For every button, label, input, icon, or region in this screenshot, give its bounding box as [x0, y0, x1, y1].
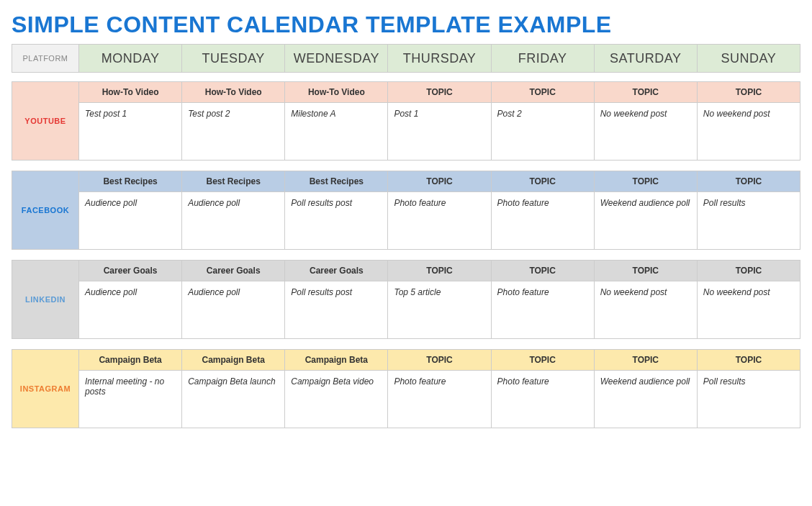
content-cell: Weekend audience poll [595, 371, 698, 428]
content-cell: No weekend post [595, 103, 698, 161]
content-cell: No weekend post [595, 281, 698, 339]
topic-cell: TOPIC [698, 349, 800, 371]
day-header: WEDNESDAY [285, 44, 388, 73]
topic-cell: TOPIC [492, 260, 595, 281]
topic-cell: TOPIC [388, 260, 491, 281]
page-title: SIMPLE CONTENT CALENDAR TEMPLATE EXAMPLE [12, 12, 800, 38]
topic-cell: TOPIC [492, 349, 595, 371]
topic-cell: TOPIC [595, 260, 698, 281]
topic-cell: TOPIC [388, 349, 491, 371]
content-cell: Audience poll [182, 281, 285, 339]
platform-name: LINKEDIN [12, 260, 79, 339]
day-header: THURSDAY [388, 44, 491, 73]
content-cell: Post 1 [388, 103, 491, 161]
platform-header-label: PLATFORM [12, 44, 79, 73]
topic-cell: How-To Video [79, 81, 182, 103]
content-cell: Audience poll [79, 281, 182, 339]
content-cell: Campaign Beta launch [182, 371, 285, 428]
content-cell: Weekend audience poll [595, 192, 698, 250]
topic-cell: TOPIC [595, 171, 698, 192]
topic-cell: Career Goals [285, 260, 388, 281]
topic-cell: Campaign Beta [182, 349, 285, 371]
platform-block-facebook: FACEBOOKBest RecipesBest RecipesBest Rec… [12, 171, 800, 250]
platform-name: FACEBOOK [12, 171, 79, 250]
platform-block-linkedin: LINKEDINCareer GoalsCareer GoalsCareer G… [12, 260, 800, 339]
platform-block-youtube: YOUTUBEHow-To VideoHow-To VideoHow-To Vi… [12, 81, 800, 161]
day-header: TUESDAY [182, 44, 285, 73]
topic-cell: Campaign Beta [285, 349, 388, 371]
day-header: FRIDAY [492, 44, 595, 73]
topic-cell: TOPIC [492, 81, 595, 103]
content-cell: Photo feature [492, 192, 595, 250]
topic-cell: How-To Video [285, 81, 388, 103]
topic-cell: TOPIC [698, 171, 800, 192]
topic-cell: TOPIC [388, 81, 491, 103]
content-cell: Top 5 article [388, 281, 491, 339]
content-cell: Internal meeting - no posts [79, 371, 182, 428]
day-header: SATURDAY [595, 44, 698, 73]
content-cell: Audience poll [182, 192, 285, 250]
topic-cell: Best Recipes [182, 171, 285, 192]
topic-cell: Best Recipes [285, 171, 388, 192]
topic-cell: TOPIC [492, 171, 595, 192]
topic-cell: Career Goals [182, 260, 285, 281]
content-cell: Poll results [698, 192, 800, 250]
topic-cell: Best Recipes [79, 171, 182, 192]
content-cell: Poll results [698, 371, 800, 428]
content-cell: No weekend post [698, 103, 800, 161]
topic-cell: TOPIC [388, 171, 491, 192]
topic-cell: How-To Video [182, 81, 285, 103]
content-cell: Photo feature [492, 281, 595, 339]
content-cell: Photo feature [492, 371, 595, 428]
topic-cell: TOPIC [595, 349, 698, 371]
content-cell: Test post 2 [182, 103, 285, 161]
content-cell: Test post 1 [79, 103, 182, 161]
topic-cell: TOPIC [698, 260, 800, 281]
day-header: MONDAY [79, 44, 182, 73]
topic-cell: Career Goals [79, 260, 182, 281]
content-cell: Post 2 [492, 103, 595, 161]
content-cell: Audience poll [79, 192, 182, 250]
day-header: SUNDAY [698, 44, 800, 73]
content-cell: Campaign Beta video [285, 371, 388, 428]
content-cell: Poll results post [285, 281, 388, 339]
topic-cell: TOPIC [698, 81, 800, 103]
content-cell: No weekend post [698, 281, 800, 339]
content-cell: Poll results post [285, 192, 388, 250]
days-header-row: PLATFORM MONDAY TUESDAY WEDNESDAY THURSD… [12, 44, 800, 73]
platform-block-instagram: INSTAGRAMCampaign BetaCampaign BetaCampa… [12, 349, 800, 428]
content-cell: Photo feature [388, 192, 491, 250]
platform-name: INSTAGRAM [12, 349, 79, 428]
content-cell: Milestone A [285, 103, 388, 161]
platform-name: YOUTUBE [12, 81, 79, 161]
content-cell: Photo feature [388, 371, 491, 428]
topic-cell: TOPIC [595, 81, 698, 103]
topic-cell: Campaign Beta [79, 349, 182, 371]
